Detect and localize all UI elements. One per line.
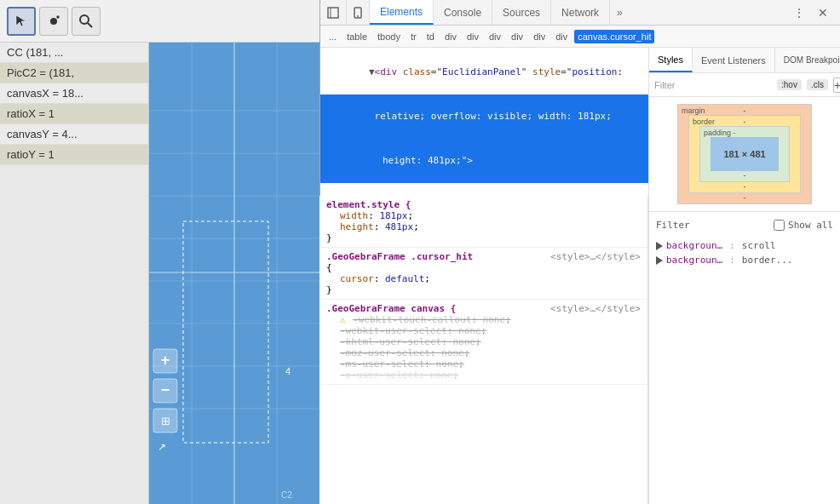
point-tool-btn[interactable] xyxy=(39,7,68,36)
bottom-filter: Filter Show all xyxy=(649,211,840,238)
breadcrumb-item[interactable]: table xyxy=(343,30,371,43)
geogebra-app: CC (181, ... PicC2 = (181, canvasX = 18.… xyxy=(0,0,319,504)
breadcrumb-item-active[interactable]: canvas.cursor_hit xyxy=(574,30,654,43)
style-prop-strikethrough: -webkit-user-select: none; xyxy=(340,325,641,336)
dom-line-selected-2: height: 481px;"> xyxy=(320,139,648,183)
geogebra-panel: CC (181, ... PicC2 = (181, canvasX = 18.… xyxy=(0,0,319,504)
breadcrumb-item[interactable]: div xyxy=(508,30,526,43)
svg-text:C2: C2 xyxy=(281,490,292,500)
algebra-item: ratioX = 1 xyxy=(0,104,148,124)
style-open-brace: { xyxy=(326,262,641,273)
svg-marker-0 xyxy=(16,15,26,26)
style-selector: .GeoGebraFrame .cursor_hit xyxy=(326,251,473,262)
style-prop: cursor: default; xyxy=(340,273,641,284)
style-props: ⚠ -webkit-touch-callout: none; -webkit-u… xyxy=(326,314,641,381)
breadcrumb-item[interactable]: div xyxy=(552,30,571,43)
graphics-canvas: + − ⊞ 4 C2 ↗ xyxy=(149,43,319,504)
prop-value: scroll xyxy=(742,240,776,251)
rule-header: .GeoGebraFrame .cursor_hit <style>…</sty… xyxy=(326,251,641,262)
margin-bottom: - xyxy=(744,193,746,202)
breadcrumb-item[interactable]: div xyxy=(530,30,549,43)
svg-text:−: − xyxy=(161,381,170,398)
style-prop-strikethrough: -o-user-select: none; xyxy=(340,369,641,381)
show-all-label: Show all xyxy=(788,220,833,231)
box-model-area: margin - border - padding - 181 × 481 - xyxy=(649,97,840,211)
toolbar xyxy=(0,0,319,43)
svg-point-2 xyxy=(56,15,60,19)
dom-line: ▼<div class="EuclidianPanel" style="posi… xyxy=(320,51,648,94)
tab-elements[interactable]: Elements xyxy=(370,0,434,25)
style-rule-cursor-hit: .GeoGebraFrame .cursor_hit <style>…</sty… xyxy=(319,248,647,300)
style-close: } xyxy=(326,284,641,295)
cursor-tool-btn[interactable] xyxy=(7,7,36,36)
border-top: - xyxy=(744,117,746,126)
tab-more[interactable]: » xyxy=(610,0,630,25)
breadcrumb-item[interactable]: tbody xyxy=(374,30,404,43)
prop-name: backgroun… xyxy=(666,255,722,266)
settings-icon[interactable]: ⋮ xyxy=(789,3,809,23)
box-content: 181 × 481 xyxy=(711,137,779,171)
box-model: margin - border - padding - 181 × 481 - xyxy=(677,104,812,204)
breadcrumb-item[interactable]: div xyxy=(441,30,460,43)
tab-styles[interactable]: Styles xyxy=(649,48,693,72)
show-all-checkbox-input[interactable] xyxy=(774,220,785,231)
style-prop: height: 481px; xyxy=(340,221,641,232)
devtools-mobile-icon[interactable] xyxy=(347,0,370,25)
styles-filter-input[interactable] xyxy=(654,80,772,90)
svg-rect-27 xyxy=(328,8,338,18)
style-prop: width: 181px; xyxy=(340,210,641,221)
prop-name: backgroun… xyxy=(666,240,722,251)
style-props: cursor: default; xyxy=(326,273,641,284)
hov-filter[interactable]: :hov xyxy=(777,79,802,90)
algebra-item: CC (181, ... xyxy=(0,43,148,63)
breadcrumb-item[interactable]: tr xyxy=(407,30,420,43)
box-border: border - padding - 181 × 481 - - xyxy=(688,115,801,193)
border-label: border xyxy=(693,117,715,126)
styles-content: Filter Show all backgroun… : scroll back… xyxy=(649,211,840,504)
svg-rect-24 xyxy=(183,221,268,443)
filter-label: Filter xyxy=(656,220,690,231)
tab-dom-breakpoints[interactable]: DOM Breakpoints xyxy=(775,48,840,72)
breadcrumb-item[interactable]: div xyxy=(486,30,504,43)
add-style-btn[interactable]: + xyxy=(833,77,840,93)
style-selector: .GeoGebraFrame canvas { xyxy=(326,303,456,314)
breadcrumb-item[interactable]: td xyxy=(423,30,438,43)
computed-prop-1: backgroun… : scroll xyxy=(649,238,840,253)
expand-triangle[interactable] xyxy=(656,256,663,265)
svg-point-30 xyxy=(357,15,359,17)
padding-bottom: - xyxy=(744,171,746,180)
style-prop-strikethrough: -webkit-touch-callout: none; xyxy=(353,314,510,325)
search-tool-btn[interactable] xyxy=(72,7,101,36)
styles-tabs: Styles Event Listeners DOM Breakpoints P… xyxy=(649,48,840,73)
tab-network[interactable]: Network xyxy=(551,0,610,25)
rule-header: .GeoGebraFrame canvas { <style>…</style> xyxy=(326,303,641,314)
box-padding: padding - 181 × 481 - xyxy=(699,126,790,182)
style-prop-strikethrough: -khtml-user-select: none; xyxy=(340,336,641,347)
algebra-item: PicC2 = (181, xyxy=(0,63,148,83)
devtools-actions: ⋮ ✕ xyxy=(789,0,840,25)
computed-prop-2: backgroun… : border... xyxy=(649,253,840,267)
prop-value: border... xyxy=(742,255,793,266)
expand-triangle[interactable] xyxy=(656,242,663,250)
breadcrumb-item[interactable]: div xyxy=(463,30,482,43)
close-devtools-btn[interactable]: ✕ xyxy=(813,3,833,23)
svg-point-3 xyxy=(80,15,89,24)
styles-filter-bar: :hov .cls + xyxy=(649,73,840,97)
tab-event-listeners[interactable]: Event Listeners xyxy=(693,48,775,72)
margin-label: margin xyxy=(682,106,705,115)
breadcrumb-item[interactable]: ... xyxy=(325,30,340,43)
style-prop-warning: ⚠ -webkit-touch-callout: none; xyxy=(340,314,641,325)
style-source: <style>…</style> xyxy=(550,251,641,262)
devtools-tabs: Elements Console Sources Network » ⋮ ✕ xyxy=(320,0,840,26)
style-source: <style>…</style> xyxy=(550,303,641,314)
svg-line-4 xyxy=(88,23,92,27)
show-all-checkbox: Show all xyxy=(774,220,833,231)
svg-text:4: 4 xyxy=(285,366,291,376)
style-prop-strikethrough: -moz-user-select: none; xyxy=(340,347,641,358)
cls-filter[interactable]: .cls xyxy=(807,79,828,90)
tab-sources[interactable]: Sources xyxy=(492,0,551,25)
algebra-item: ratioY = 1 xyxy=(0,145,148,165)
devtools-inspect-icon[interactable] xyxy=(320,0,347,25)
style-props: width: 181px; height: 481px; xyxy=(326,210,641,232)
tab-console[interactable]: Console xyxy=(434,0,492,25)
